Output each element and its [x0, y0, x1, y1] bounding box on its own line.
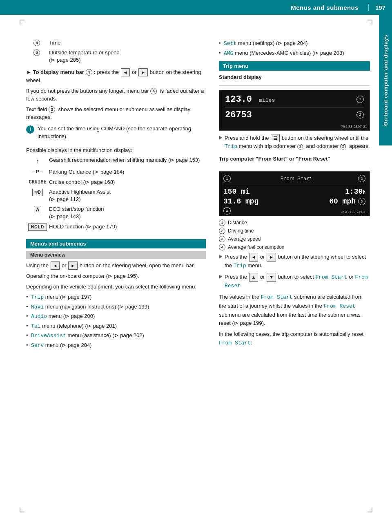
display-menu-bar-block: ► To display menu bar 4: press the ◄ or … — [26, 68, 206, 121]
following-cases-p: In the following cases, the trip compute… — [219, 330, 370, 348]
display-menu-bar-p3: Text field 3 shows the selected menu or … — [26, 105, 206, 121]
cruise-icon: CRUISE — [29, 179, 46, 185]
standard-display-divider — [219, 85, 370, 86]
trip2-c4: 4 — [223, 207, 231, 215]
trip-computer-divider — [219, 167, 370, 167]
page-number: 197 — [368, 4, 385, 11]
display-menu-bar-p2: If you do not press the buttons any long… — [26, 87, 206, 103]
circle-c: 3 — [219, 236, 225, 242]
menu-list-navi: Navi menu (navigation instructions) (⊳ p… — [26, 303, 206, 311]
item-6-text: Outside temperature or speed(⊳ page 205) — [49, 49, 206, 64]
parking-icon: ←P→ — [31, 169, 43, 174]
standard-display-header: Standard display — [219, 73, 370, 81]
gearshift-icon: ↑ — [36, 158, 39, 165]
values-text-p: The values in the From Start submenu are… — [219, 293, 370, 328]
right-column: Sett menu (settings) (⊳ page 204) AMG me… — [219, 39, 370, 351]
menus-submenus-section: Menus and submenus Menu overview Using t… — [26, 239, 206, 350]
num-label-1: Distance — [228, 220, 247, 226]
btn-right-3[interactable]: ► — [267, 253, 276, 262]
cruise-icon-col: CRUISE — [26, 179, 49, 186]
press-hold-row: Press and hold the ☰ button on the steer… — [219, 134, 370, 151]
parking-icon-col: ←P→ — [26, 168, 49, 176]
btn-right-1[interactable]: ► — [138, 68, 148, 77]
trip-menu-header: Trip menu — [219, 61, 370, 71]
num-item-1: 1 Distance — [219, 219, 370, 226]
item-5-icon: 5 — [26, 39, 49, 47]
numbered-items-block: 1 Distance 2 Driving time 3 Average spee… — [219, 219, 370, 250]
cruise-text-item: Cruise control (⊳ page 168) — [49, 179, 206, 186]
trip-circle-1: 1 — [356, 96, 364, 103]
info-note: i You can set the time using COMAND (see… — [26, 125, 206, 143]
trip2-content: 1 From Start 2 150 mi 1:30h 31.6 mpg 60 … — [219, 172, 370, 216]
press-ud-text: Press the ▲ or ▼ button to select From S… — [225, 273, 370, 290]
menu-list-tel: Tel menu (telephone) (⊳ page 201) — [26, 322, 206, 331]
btn-hold[interactable]: ☰ — [271, 134, 280, 143]
num-label-4: Average fuel consumption — [228, 244, 285, 250]
menu-list-trip: Trip menu (⊳ page 197) — [26, 293, 206, 302]
circle-6: 6 — [33, 49, 40, 56]
btn-left-1[interactable]: ◄ — [121, 68, 130, 77]
list-item-parking: ←P→ Parking Guidance (⊳ page 184) — [26, 168, 206, 176]
list-item-hold: HOLD HOLD function (⊳ page 179) — [26, 223, 206, 231]
num-item-3: 3 Average speed — [219, 236, 370, 242]
trip-img-ref: P54.33-2597-31 — [341, 125, 367, 129]
circle-b: 2 — [219, 228, 225, 234]
num-label-2: Driving time — [228, 228, 254, 234]
trip2-val4: 60 mph — [329, 197, 356, 206]
header-title: Menus and submenus — [291, 4, 359, 11]
btn-right-2[interactable]: ► — [68, 262, 78, 270]
gearshift-text: Gearshift recommendation when shifting m… — [49, 156, 206, 166]
possible-displays-label: Possible displays in the multifunction d… — [26, 146, 206, 154]
parking-text: Parking Guidance (⊳ page 184) — [49, 168, 206, 176]
menu-overview-header: Menu overview — [26, 251, 206, 259]
display-menu-bar-bold: ► To display menu bar 4: — [26, 69, 96, 75]
highbeam-icon: ⇉D — [32, 189, 42, 196]
info-text: You can set the time using COMAND (see t… — [38, 125, 206, 141]
circle-a: 1 — [219, 219, 225, 226]
menus-submenus-header: Menus and submenus — [26, 239, 206, 248]
menu-overview-p2: Operating the on-board computer (⊳ page … — [26, 272, 206, 280]
num-label-3: Average speed — [228, 236, 261, 242]
list-item-gearshift: ↑ Gearshift recommendation when shifting… — [26, 156, 206, 166]
trip-computer-header: Trip computer "From Start" or "From Rese… — [219, 155, 370, 163]
btn-left-2[interactable]: ◄ — [51, 262, 60, 270]
corner-mark-tl — [20, 20, 24, 25]
hold-icon-col: HOLD — [26, 223, 49, 231]
gearshift-icon-col: ↑ — [26, 156, 49, 166]
highbeam-icon-col: ⇉D — [26, 188, 49, 203]
menu-overview-p1: Using the ◄ or ► button on the steering … — [26, 262, 206, 270]
btn-left-3[interactable]: ◄ — [249, 253, 258, 262]
hold-text: HOLD function (⊳ page 179) — [49, 223, 206, 231]
arrow-tri-3 — [219, 275, 222, 279]
num-item-4: 4 Average fuel consumption — [219, 244, 370, 250]
trip2-val3: 31.6 mpg — [223, 197, 293, 206]
trip-display-1: 123.0 miles 1 26753 2 P54.33-2597-31 — [219, 90, 370, 131]
menu-list-audio: Audio menu (⊳ page 200) — [26, 312, 206, 321]
hold-icon: HOLD — [28, 224, 47, 231]
menu-amg: AMG menu (Mercedes-AMG vehicles) (⊳ page… — [219, 49, 370, 58]
eco-icon: A — [34, 206, 41, 213]
trip-label1: miles — [259, 97, 275, 103]
press-ud-row: Press the ▲ or ▼ button to select From S… — [219, 273, 370, 290]
display-menu-bar-label: ► To display menu bar 4: press the ◄ or … — [26, 68, 206, 85]
main-content: 5 Time 6 Outside temperature or speed(⊳ … — [0, 15, 392, 373]
corner-mark-tr — [368, 20, 372, 25]
list-item-highbeam: ⇉D Adaptive Highbeam Assist(⊳ page 112) — [26, 188, 206, 203]
left-column: 5 Time 6 Outside temperature or speed(⊳ … — [26, 39, 206, 351]
corner-mark-br — [368, 507, 372, 512]
btn-down[interactable]: ▼ — [267, 273, 276, 282]
btn-up[interactable]: ▲ — [249, 273, 258, 282]
trip2-img-ref: P54.33-2598-31 — [341, 210, 367, 214]
item-6-row: 6 Outside temperature or speed(⊳ page 20… — [26, 49, 206, 64]
trip-val1: 123.0 — [225, 94, 252, 105]
menu-sett: Sett menu (settings) (⊳ page 204) — [219, 39, 370, 48]
menu-list-driveassist: DriveAssist menu (assistance) (⊳ page 20… — [26, 331, 206, 340]
list-item-eco: A ECO start/stop function(⊳ page 143) — [26, 206, 206, 220]
trip2-c3: 3 — [358, 198, 365, 205]
list-item-cruise: CRUISE Cruise control (⊳ page 168) — [26, 179, 206, 186]
trip-display-content: 123.0 miles 1 26753 2 — [219, 90, 370, 124]
press-lr-text: Press the ◄ or ► button on the steering … — [225, 253, 370, 270]
trip2-val2: 1:30h — [296, 188, 365, 196]
from-start-label: From Start — [234, 176, 358, 181]
circle-d: 4 — [219, 244, 225, 250]
